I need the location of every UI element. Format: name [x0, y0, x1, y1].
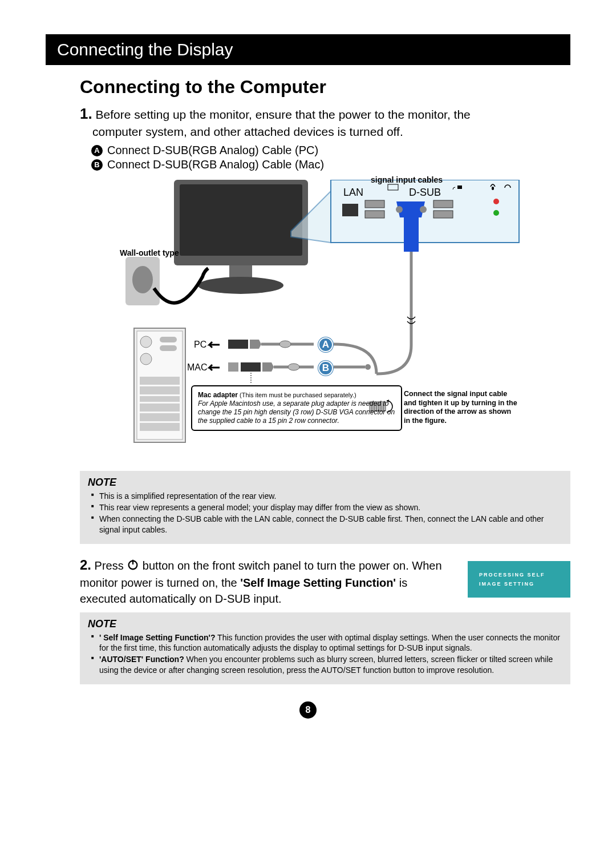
- signal-cables-label: signal input cables: [371, 175, 443, 184]
- port-lan-label: LAN: [343, 187, 363, 199]
- cable-b-badge: B: [318, 361, 333, 376]
- main-title: Connecting to the Computer: [80, 76, 570, 98]
- note-2-item: 'AUTO/SET' Function? When you encounter …: [91, 654, 562, 675]
- svg-point-15: [493, 210, 499, 216]
- pc-label: PC: [194, 340, 206, 350]
- step-1-line-a: Before setting up the monitor, ensure th…: [96, 108, 471, 121]
- svg-point-11: [420, 206, 427, 213]
- wall-outlet-label: Wall-outlet type: [120, 248, 179, 257]
- mac-adapter-title: Mac adapter: [198, 391, 238, 399]
- step-1-line-b: computer system, and other attached devi…: [92, 124, 403, 139]
- svg-point-22: [140, 336, 152, 348]
- note-2-item-bold: 'AUTO/SET' Function?: [99, 655, 184, 664]
- note-1-title: NOTE: [88, 477, 562, 489]
- osd-line-2: IMAGE SETTING: [479, 579, 559, 588]
- svg-rect-29: [140, 404, 180, 412]
- svg-point-14: [493, 199, 499, 204]
- note-1-item: This rear view represents a general mode…: [91, 502, 562, 513]
- svg-rect-26: [140, 377, 180, 385]
- mac-adapter-body: For Apple Macintosh use, a separate plug…: [198, 400, 395, 425]
- step-2-bold: 'Self Image Setting Function': [240, 576, 396, 589]
- note-2-item: ' Self Image Setting Function'? This fun…: [91, 632, 562, 653]
- osd-preview: PROCESSING SELF IMAGE SETTING: [468, 561, 570, 598]
- svg-rect-8: [365, 200, 384, 208]
- svg-rect-9: [365, 211, 384, 218]
- port-dsub-label: D-SUB: [409, 187, 441, 199]
- note-2-title: NOTE: [88, 618, 562, 630]
- svg-rect-18: [457, 185, 462, 189]
- page-number: 8: [46, 701, 570, 719]
- mac-label: MAC: [187, 362, 208, 373]
- step-1: 1. Before setting up the monitor, ensure…: [80, 104, 570, 139]
- svg-point-5: [132, 266, 153, 293]
- svg-rect-24: [160, 337, 177, 342]
- page-number-badge: 8: [299, 701, 317, 719]
- svg-rect-19: [404, 217, 419, 252]
- mac-adapter-paren: (This item must be purchased separately.…: [238, 392, 356, 398]
- note-1-item: This is a simplified representation of t…: [91, 491, 562, 501]
- badge-b: B: [91, 159, 103, 171]
- page-header: Connecting the Display: [46, 34, 570, 65]
- svg-point-3: [198, 277, 283, 294]
- note-2: NOTE ' Self Image Setting Function'? Thi…: [80, 612, 570, 684]
- svg-rect-30: [140, 413, 180, 421]
- note-1: NOTE This is a simplified representation…: [80, 471, 570, 544]
- sub-a-text: Connect D-SUB(RGB Analog) Cable (PC): [107, 144, 318, 157]
- svg-point-33: [279, 341, 291, 348]
- note-1-item: When connecting the D-SUB cable with the…: [91, 514, 562, 534]
- step-2: 2. Press button on the front switch pane…: [80, 555, 451, 607]
- svg-rect-32: [228, 340, 248, 349]
- cable-a-badge: A: [318, 337, 333, 352]
- svg-rect-25: [160, 345, 177, 351]
- tighten-note: Connect the signal input cable and tight…: [404, 390, 518, 426]
- step-1-sublist: A Connect D-SUB(RGB Analog) Cable (PC) B…: [91, 144, 570, 171]
- svg-point-37: [365, 364, 371, 370]
- svg-rect-31: [140, 423, 180, 431]
- svg-point-10: [396, 206, 403, 213]
- power-icon: [127, 558, 139, 575]
- osd-line-1: PROCESSING SELF: [479, 570, 559, 579]
- svg-rect-12: [433, 200, 453, 208]
- svg-rect-27: [140, 386, 180, 394]
- svg-rect-35: [241, 362, 261, 372]
- svg-rect-34: [228, 362, 238, 372]
- svg-rect-28: [140, 396, 180, 402]
- badge-a: A: [91, 145, 103, 156]
- note-2-item-bold: ' Self Image Setting Function'?: [99, 633, 215, 642]
- svg-rect-13: [433, 211, 453, 218]
- mac-adapter-note: Mac adapter (This item must be purchased…: [191, 385, 402, 431]
- step-1-number: 1.: [80, 105, 92, 122]
- step-2-t1: Press: [95, 559, 124, 572]
- connection-diagram: Wall-outlet type signal input cables LAN…: [80, 180, 570, 465]
- svg-rect-7: [342, 204, 358, 216]
- svg-rect-1: [180, 184, 302, 256]
- svg-point-36: [288, 364, 299, 370]
- step-2-number: 2.: [80, 557, 91, 572]
- svg-rect-16: [492, 187, 494, 190]
- sub-b-text: Connect D-SUB(RGB Analog) Cable (Mac): [107, 158, 324, 171]
- svg-point-23: [140, 353, 152, 365]
